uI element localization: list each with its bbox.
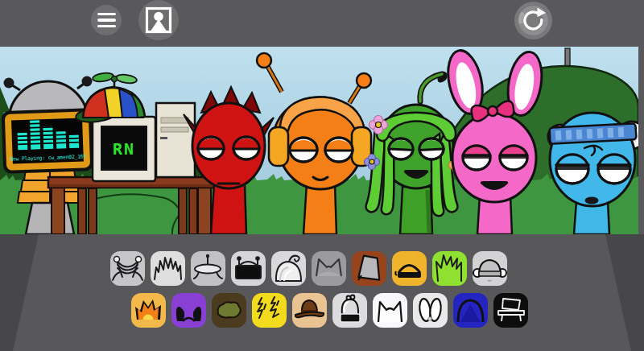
restart-icon [514, 2, 552, 39]
menu-button[interactable] [91, 5, 122, 35]
hamburger-icon [97, 13, 116, 28]
characters-button[interactable] [138, 0, 179, 40]
sound-icon-sprout-curl[interactable] [271, 251, 306, 286]
sound-icon-fedora-hat[interactable] [292, 293, 327, 328]
sound-icon-antennae-arcs[interactable] [110, 251, 145, 286]
stage: Now Playing: cw_amen02_165 RN [0, 47, 638, 234]
monitor-text: RN [113, 139, 135, 159]
sound-icon-moss-hair[interactable] [212, 293, 246, 328]
beanie-band [550, 123, 637, 144]
sound-icon-visor-band[interactable] [392, 251, 427, 286]
computer-tower [156, 103, 195, 177]
sound-icon-grass-spikes[interactable] [432, 251, 467, 286]
portrait-icon [138, 0, 179, 40]
sound-icon-purple-horns[interactable] [171, 293, 206, 328]
sound-icon-sun-crown[interactable] [131, 293, 166, 328]
sound-icon-bunny-ears[interactable] [413, 293, 448, 328]
sound-icon-saucer-hat[interactable] [191, 251, 225, 286]
sound-icon-white-cat-ears[interactable] [373, 293, 407, 328]
robot-base [26, 203, 74, 234]
sound-icon-fez-hat[interactable] [352, 251, 386, 286]
sound-row-1 [110, 251, 507, 286]
sound-row-2 [131, 293, 528, 328]
headphone-cup-left [269, 127, 288, 166]
sound-icon-bench[interactable] [493, 293, 528, 328]
app-root: { "topbar": { "buttons": [ {"name": "men… [0, 0, 644, 351]
monitor: RN [93, 117, 155, 181]
sound-icon-cat-ears[interactable] [312, 251, 346, 286]
restart-button[interactable] [514, 2, 552, 39]
sound-icon-beanie-ears[interactable] [473, 251, 507, 286]
sound-picker-panel [0, 234, 644, 351]
sound-icon-tv-head[interactable] [231, 251, 266, 286]
top-bar [0, 0, 644, 47]
sound-icon-spiky-hair[interactable] [151, 251, 185, 286]
blue-mouth [585, 197, 599, 204]
sound-icon-blue-hood[interactable] [453, 293, 488, 328]
sound-icon-lightning-scribbles[interactable] [252, 293, 287, 328]
sound-icon-bell-helmet[interactable] [332, 293, 367, 328]
